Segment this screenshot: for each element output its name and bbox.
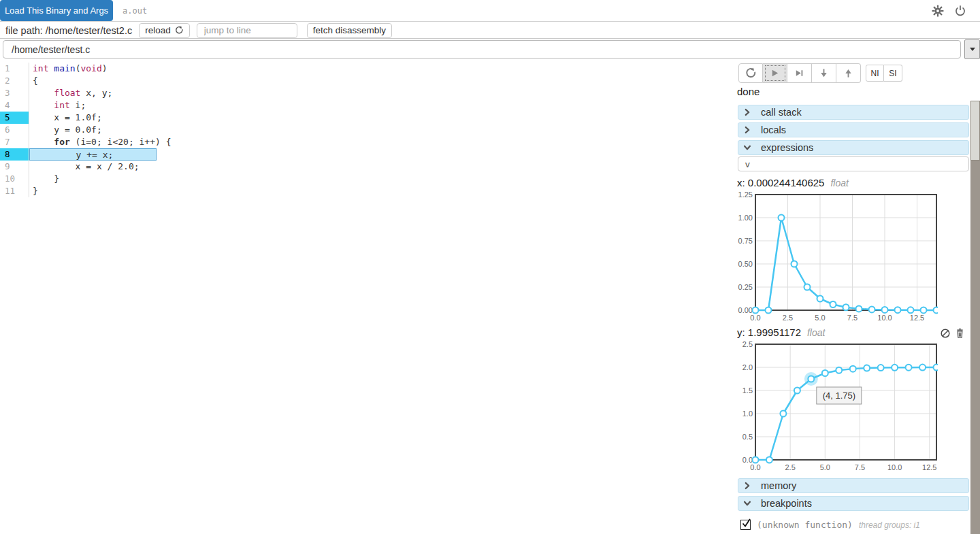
source-file-input[interactable] (3, 40, 961, 59)
current-line-highlight: y += x; (29, 148, 157, 161)
debug-panel: NI SI done call stack locals expressions… (735, 60, 980, 534)
breakpoint-thread-groups: thread groups: i1 (859, 520, 920, 530)
code-line-text: y = 0.0f; (29, 124, 102, 136)
code-line-text: int i; (29, 99, 86, 112)
reload-button-label: reload (145, 25, 171, 35)
gutter-line-number[interactable]: 2 (0, 75, 29, 87)
delete-expression-trash-icon[interactable] (955, 328, 965, 339)
expression-y-value: y: 1.99951172 (737, 327, 801, 338)
reload-button[interactable]: reload (139, 23, 190, 38)
gutter-line-number[interactable]: 10 (0, 173, 29, 185)
gutter-line-number[interactable]: 9 (0, 161, 29, 173)
code-line: 11} (0, 185, 735, 197)
step-button-group (738, 63, 861, 83)
expressions-label: expressions (761, 142, 813, 153)
next-instruction-button[interactable]: NI (866, 65, 884, 82)
panel-scrollbar-track[interactable] (970, 101, 980, 534)
svg-text:7.5: 7.5 (847, 314, 858, 322)
chevron-down-icon (742, 499, 752, 508)
refresh-icon (745, 67, 757, 79)
locals-section-header[interactable]: locals (738, 122, 969, 137)
svg-text:0.00: 0.00 (738, 306, 753, 314)
panel-scrollbar-thumb[interactable] (970, 101, 980, 161)
binary-args-input[interactable] (113, 0, 932, 21)
file-bar: file path: /home/tester/test2.c reload f… (0, 22, 980, 39)
svg-text:0.0: 0.0 (750, 463, 760, 471)
expression-input[interactable] (738, 156, 969, 171)
continue-button[interactable] (763, 63, 787, 83)
gutter-line-number[interactable]: 11 (0, 185, 29, 197)
svg-text:0.25: 0.25 (738, 283, 753, 291)
step-out-button[interactable] (836, 63, 861, 83)
power-icon[interactable] (954, 5, 966, 17)
debug-controls: NI SI (738, 63, 902, 83)
gutter-line-number[interactable]: 3 (0, 87, 29, 99)
memory-label: memory (761, 480, 796, 491)
svg-text:0.0: 0.0 (750, 314, 760, 322)
code-line: 7 for (i=0; i<20; i++) { (0, 136, 735, 148)
gutter-line-number[interactable]: 6 (0, 124, 29, 136)
step-out-icon (843, 68, 853, 78)
code-line-text: x = 1.0f; (29, 112, 102, 124)
step-instruction-button[interactable]: SI (884, 65, 902, 82)
source-file-dropdown-button[interactable] (964, 39, 980, 59)
svg-text:12.5: 12.5 (922, 463, 936, 471)
breakpoints-section-header[interactable]: breakpoints (738, 496, 969, 511)
expression-y-actions (940, 328, 965, 339)
load-binary-button[interactable]: Load This Binary and Args (0, 0, 113, 21)
chevron-down-icon (742, 143, 752, 152)
svg-text:7.5: 7.5 (855, 463, 865, 471)
call-stack-section-header[interactable]: call stack (738, 105, 969, 120)
gutter-line-number[interactable]: 1 (0, 63, 29, 75)
svg-text:1.25: 1.25 (738, 192, 753, 199)
jump-to-line-input[interactable] (197, 23, 297, 38)
code-line: 5 x = 1.0f; (0, 112, 735, 124)
locals-label: locals (761, 124, 786, 135)
svg-text:1.5: 1.5 (742, 386, 753, 395)
code-line-text: } (29, 185, 38, 197)
play-icon (770, 68, 780, 78)
next-step-over-button[interactable] (787, 63, 812, 83)
settings-gear-icon[interactable] (932, 5, 944, 17)
code-line-text: float x, y; (29, 87, 112, 99)
chevron-right-icon (742, 481, 752, 490)
breakpoints-label: breakpoints (761, 498, 812, 509)
gutter-line-number[interactable]: 5 (0, 112, 29, 124)
run-restart-button[interactable] (738, 63, 763, 83)
code-line: 8 y += x; (0, 148, 735, 161)
chevron-right-icon (742, 107, 752, 117)
gutter-line-number[interactable]: 8 (0, 148, 29, 161)
code-editor: 1int main(void)2{3 float x, y;4 int i;5 … (0, 60, 735, 534)
code-line-text: x = x / 2.0; (29, 161, 140, 173)
gutter-line-number[interactable]: 7 (0, 136, 29, 148)
fetch-disassembly-button[interactable]: fetch disassembly (307, 23, 392, 38)
svg-text:10.0: 10.0 (887, 463, 902, 471)
breakpoint-row: (unknown function) thread groups: i1 (740, 520, 920, 530)
memory-section-header[interactable]: memory (738, 478, 969, 493)
svg-text:2.0: 2.0 (742, 363, 753, 371)
x-history-chart[interactable]: 0.02.55.07.510.012.50.000.250.500.751.00… (735, 192, 938, 322)
breakpoint-function-label: (unknown function) (757, 520, 853, 530)
code-lines: 1int main(void)2{3 float x, y;4 int i;5 … (0, 63, 735, 197)
breakpoint-checkbox[interactable] (740, 520, 751, 530)
svg-text:5.0: 5.0 (820, 463, 830, 471)
y-history-chart[interactable]: 0.02.55.07.510.012.50.00.51.01.52.02.5(4… (735, 341, 938, 472)
gutter-line-number[interactable]: 4 (0, 99, 29, 112)
clear-plot-ban-icon[interactable] (940, 328, 951, 339)
expressions-section-header[interactable]: expressions (738, 140, 969, 155)
call-stack-label: call stack (761, 107, 802, 118)
code-line: 6 y = 0.0f; (0, 124, 735, 136)
svg-text:12.5: 12.5 (910, 314, 924, 322)
step-into-icon (819, 68, 829, 78)
svg-text:0.5: 0.5 (742, 433, 753, 441)
caret-down-icon (970, 48, 975, 51)
file-path-label: file path: /home/tester/test2.c (5, 25, 132, 36)
source-select-row (0, 39, 980, 60)
svg-text:(4, 1.75): (4, 1.75) (823, 390, 855, 401)
code-line-text: { (29, 75, 38, 87)
step-into-button[interactable] (812, 63, 836, 83)
code-line: 2{ (0, 75, 735, 87)
refresh-icon (175, 26, 184, 35)
svg-text:1.00: 1.00 (738, 214, 753, 222)
expression-x-label: x: 0.000244140625float (737, 177, 849, 188)
